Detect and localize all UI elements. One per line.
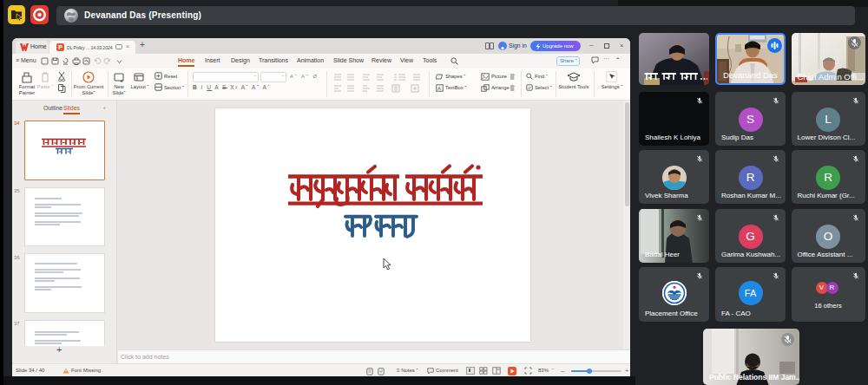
svg-text:A: A	[437, 86, 441, 91]
